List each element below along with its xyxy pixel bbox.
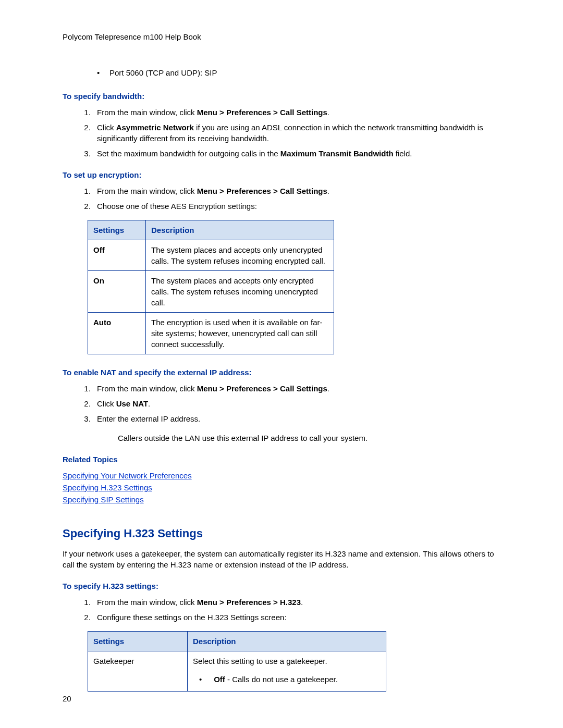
text: From the main window, click — [97, 187, 197, 195]
h323-steps: From the main window, click Menu > Prefe… — [63, 597, 506, 623]
encryption-step-2: Choose one of these AES Encryption setti… — [93, 201, 506, 212]
bandwidth-steps: From the main window, click Menu > Prefe… — [63, 107, 506, 159]
related-link-sip[interactable]: Specifying SIP Settings — [63, 494, 144, 505]
text: . — [148, 399, 150, 408]
menu-path: Menu > Preferences > Call Settings — [197, 384, 327, 393]
col-description: Description — [188, 631, 386, 651]
table-row: Off The system places and accepts only u… — [88, 240, 334, 271]
h323-title: Specifying H.323 Settings — [63, 526, 506, 542]
heading-related: Related Topics — [63, 454, 506, 465]
nat-step-1: From the main window, click Menu > Prefe… — [93, 383, 506, 394]
text: - Calls do not use a gatekeeper. — [225, 675, 338, 684]
nat-step-2: Click Use NAT. — [93, 398, 506, 409]
col-settings: Settings — [88, 631, 188, 651]
heading-bandwidth: To specify bandwidth: — [63, 91, 506, 102]
description-cell: The system places and accepts only unenc… — [146, 240, 334, 271]
related-link-h323[interactable]: Specifying H.323 Settings — [63, 482, 152, 493]
port-list: Port 5060 (TCP and UDP): SIP — [63, 67, 506, 78]
text: . — [327, 187, 329, 195]
encryption-step-1: From the main window, click Menu > Prefe… — [93, 186, 506, 196]
table-header-row: Settings Description — [88, 631, 386, 651]
h323-step-1: From the main window, click Menu > Prefe… — [93, 597, 506, 608]
gatekeeper-options: Off - Calls do not use a gatekeeper. — [193, 674, 381, 685]
desc-line: Select this setting to use a gatekeeper. — [193, 656, 381, 667]
option-name: Asymmetric Network — [116, 123, 194, 132]
field-name: Maximum Transmit Bandwidth — [280, 149, 394, 158]
encryption-table: Settings Description Off The system plac… — [88, 220, 334, 354]
h323-table: Settings Description Gatekeeper Select t… — [88, 631, 386, 692]
nat-steps: From the main window, click Menu > Prefe… — [63, 383, 506, 424]
bandwidth-step-3: Set the maximum bandwidth for outgoing c… — [93, 148, 506, 159]
text: Click — [97, 123, 116, 132]
menu-path: Menu > Preferences > H.323 — [197, 598, 301, 607]
menu-path: Menu > Preferences > Call Settings — [197, 108, 327, 117]
description-cell: The encryption is used when it is availa… — [146, 313, 334, 354]
text: From the main window, click — [97, 598, 197, 607]
setting-cell: Auto — [88, 313, 146, 354]
setting-cell: Gatekeeper — [88, 651, 188, 691]
col-settings: Settings — [88, 220, 146, 240]
heading-h323-steps: To specify H.323 settings: — [63, 581, 506, 591]
h323-step-2: Configure these settings on the H.323 Se… — [93, 612, 506, 623]
text: . — [327, 384, 329, 393]
table-row: On The system places and accepts only en… — [88, 271, 334, 313]
port-item: Port 5060 (TCP and UDP): SIP — [109, 67, 506, 78]
option-name: Off — [214, 675, 225, 684]
text: Click — [97, 399, 116, 408]
h323-intro: If your network uses a gatekeeper, the s… — [63, 548, 506, 570]
text: . — [301, 598, 303, 607]
description-cell: Select this setting to use a gatekeeper.… — [188, 651, 386, 691]
related-links: Specifying Your Network Preferences Spec… — [63, 470, 506, 505]
setting-cell: Off — [88, 240, 146, 271]
gatekeeper-option-off: Off - Calls do not use a gatekeeper. — [212, 674, 381, 685]
text: From the main window, click — [97, 384, 197, 393]
setting-cell: On — [88, 271, 146, 313]
table-header-row: Settings Description — [88, 220, 334, 240]
text: field. — [394, 149, 412, 158]
bandwidth-step-1: From the main window, click Menu > Prefe… — [93, 107, 506, 118]
encryption-steps: From the main window, click Menu > Prefe… — [63, 186, 506, 212]
table-row: Gatekeeper Select this setting to use a … — [88, 651, 386, 691]
table-row: Auto The encryption is used when it is a… — [88, 313, 334, 354]
bandwidth-step-2: Click Asymmetric Network if you are usin… — [93, 122, 506, 144]
document-header: Polycom Telepresence m100 Help Book — [63, 31, 506, 42]
text: From the main window, click — [97, 108, 197, 117]
nat-step-3: Enter the external IP address. — [93, 413, 506, 424]
document-page: Polycom Telepresence m100 Help Book Port… — [0, 0, 563, 728]
menu-path: Menu > Preferences > Call Settings — [197, 187, 327, 195]
text: . — [327, 108, 329, 117]
option-name: Use NAT — [116, 399, 148, 408]
col-description: Description — [146, 220, 334, 240]
heading-nat: To enable NAT and specify the external I… — [63, 367, 506, 378]
text: Set the maximum bandwidth for outgoing c… — [97, 149, 280, 158]
description-cell: The system places and accepts only encry… — [146, 271, 334, 313]
page-number: 20 — [63, 693, 71, 704]
nat-note: Callers outside the LAN use this externa… — [118, 433, 506, 443]
heading-encryption: To set up encryption: — [63, 169, 506, 180]
related-link-network-prefs[interactable]: Specifying Your Network Preferences — [63, 470, 192, 481]
